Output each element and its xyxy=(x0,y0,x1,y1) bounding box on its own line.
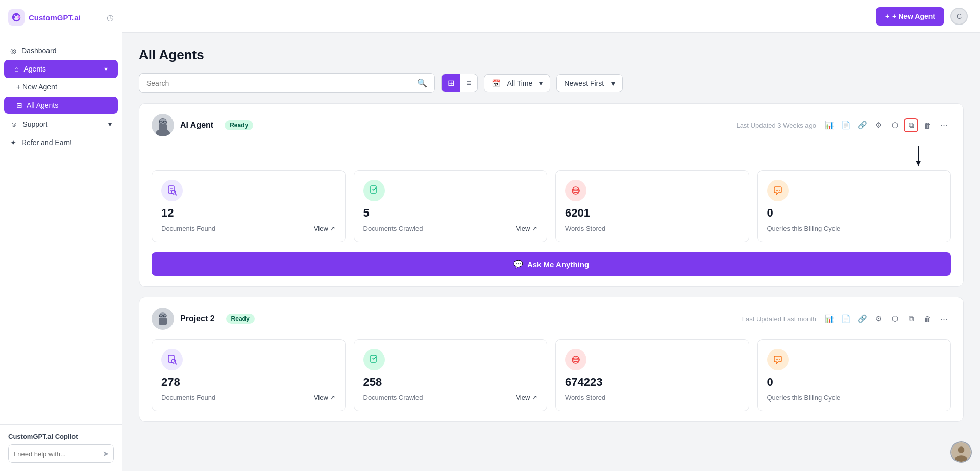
svg-point-42 xyxy=(958,446,965,453)
sidebar-nav: ◎ Dashboard ⌂ Agents ▾ + New Agent ⊟ All… xyxy=(0,35,122,424)
dashboard-icon: ◎ xyxy=(10,46,16,55)
stat-bottom-docs-crawled-2: Documents Crawled View ↗ xyxy=(363,394,538,402)
stat-icon-docs-crawled-2 xyxy=(363,349,385,370)
agent-name-1: AI Agent xyxy=(180,121,213,130)
sidebar-item-agents[interactable]: ⌂ Agents ▾ xyxy=(4,60,118,78)
support-icon: ☺ xyxy=(10,120,17,128)
stat-icon-words-stored xyxy=(565,180,586,201)
copilot-label: CustomGPT.ai Copilot xyxy=(8,433,114,440)
view-link-docs-found-2[interactable]: View ↗ xyxy=(314,394,336,402)
search-input[interactable] xyxy=(146,79,413,87)
svg-point-2 xyxy=(13,16,15,19)
svg-point-39 xyxy=(777,359,778,360)
view-toggle: ⊞ ≡ xyxy=(441,74,478,92)
share-icon-1[interactable]: ⬡ xyxy=(888,118,902,132)
bottom-right-avatar[interactable] xyxy=(950,441,972,463)
sidebar-item-refer[interactable]: ✦ Refer and Earn! xyxy=(0,133,122,152)
new-agent-plus-icon: + xyxy=(885,12,889,20)
agent-updated-1: Last Updated 3 Weeks ago xyxy=(736,122,816,129)
user-avatar[interactable]: C xyxy=(950,8,968,25)
agent-avatar-2 xyxy=(152,308,174,330)
agent-updated-2: Last Updated Last month xyxy=(742,315,816,323)
analytics-icon-2[interactable]: 📊 xyxy=(822,312,837,326)
svg-rect-0 xyxy=(8,9,24,26)
stat-label-queries-2: Queries this Billing Cycle xyxy=(767,394,942,402)
logo-text: CustomGPT.ai xyxy=(29,13,81,22)
document-icon-2[interactable]: 📄 xyxy=(839,312,853,326)
agents-header-inner: ⌂ Agents xyxy=(14,65,46,73)
delete-icon-1[interactable]: 🗑 xyxy=(920,118,935,132)
stat-bottom-docs-found-2: Documents Found View ↗ xyxy=(161,394,336,402)
agent-actions-2: Last Updated Last month 📊 📄 🔗 ⚙ ⬡ ⧉ 🗑 ⋯ xyxy=(742,312,951,326)
stat-value-words-stored-2: 674223 xyxy=(565,375,740,389)
stat-label-words-stored-2: Words Stored xyxy=(565,394,740,402)
agent-stats-2: 278 Documents Found View ↗ 258 xyxy=(152,339,951,411)
copy-icon-1[interactable]: ⧉ xyxy=(904,118,918,132)
support-left: ☺ Support xyxy=(10,120,47,128)
grid-view-button[interactable]: ⊞ xyxy=(442,74,460,92)
agents-chevron-icon: ▾ xyxy=(104,65,108,73)
analytics-icon-1[interactable]: 📊 xyxy=(822,118,837,132)
stat-value-words-stored: 6201 xyxy=(565,206,740,220)
sort-filter-button[interactable]: Newest First ▾ xyxy=(556,74,623,92)
sort-filter-label: Newest First xyxy=(564,79,604,87)
stat-value-queries: 0 xyxy=(767,206,942,220)
settings-icon-1[interactable]: ⚙ xyxy=(871,118,886,132)
agent-status-2: Ready xyxy=(226,314,255,324)
stat-words-stored-2: 674223 Words Stored xyxy=(555,339,749,411)
agent-stats-1: 12 Documents Found View ↗ 5 xyxy=(152,170,951,242)
toolbar: 🔍 ⊞ ≡ 📅 All Time ▾ Newest First ▾ xyxy=(139,73,964,93)
queries-svg xyxy=(772,185,783,196)
agent-header-1: AI Agent Ready Last Updated 3 Weeks ago … xyxy=(152,114,951,136)
sidebar-item-dashboard[interactable]: ◎ Dashboard xyxy=(0,41,122,60)
sidebar-item-support[interactable]: ☺ Support ▾ xyxy=(0,115,122,133)
svg-point-40 xyxy=(779,359,780,360)
document-icon-1[interactable]: 📄 xyxy=(839,118,853,132)
sidebar-logo: CustomGPT.ai ◷ xyxy=(0,0,122,35)
docs-crawled-svg xyxy=(369,185,380,196)
support-label: Support xyxy=(22,120,47,128)
clock-icon[interactable]: ◷ xyxy=(107,13,114,22)
send-icon[interactable]: ➤ xyxy=(103,449,109,458)
view-link-docs-found[interactable]: View ↗ xyxy=(314,225,336,232)
sidebar-item-all-agents[interactable]: ⊟ All Agents xyxy=(4,97,118,114)
copilot-input[interactable] xyxy=(14,450,100,458)
list-view-button[interactable]: ≡ xyxy=(460,74,477,92)
docs-found-svg xyxy=(166,185,178,196)
time-filter-button[interactable]: 📅 All Time ▾ xyxy=(484,74,550,92)
docs-crawled-svg-2 xyxy=(369,354,380,365)
link-icon-2[interactable]: 🔗 xyxy=(855,312,869,326)
copy-icon-2[interactable]: ⧉ xyxy=(904,312,918,326)
search-wrap: 🔍 xyxy=(139,73,435,93)
share-icon-2[interactable]: ⬡ xyxy=(888,312,902,326)
svg-point-22 xyxy=(776,190,777,191)
link-icon-1[interactable]: 🔗 xyxy=(855,118,869,132)
stat-label-words-stored: Words Stored xyxy=(565,225,740,232)
search-icon: 🔍 xyxy=(417,78,427,88)
agent-info-1: AI Agent Ready xyxy=(152,114,253,136)
svg-point-23 xyxy=(777,190,778,191)
view-link-docs-crawled-2[interactable]: View ↗ xyxy=(516,394,537,402)
stat-value-docs-crawled: 5 xyxy=(363,206,538,220)
logo-inner: CustomGPT.ai xyxy=(8,9,81,26)
stat-docs-found-2: 278 Documents Found View ↗ xyxy=(152,339,346,411)
ask-me-anything-btn-1[interactable]: 💬 Ask Me Anything xyxy=(152,252,951,276)
sidebar-item-new-agent[interactable]: + New Agent xyxy=(0,78,122,96)
settings-icon-2[interactable]: ⚙ xyxy=(871,312,886,326)
more-icon-1[interactable]: ⋯ xyxy=(937,118,951,132)
view-link-docs-crawled[interactable]: View ↗ xyxy=(516,225,537,232)
more-icon-2[interactable]: ⋯ xyxy=(937,312,951,326)
delete-icon-2[interactable]: 🗑 xyxy=(920,312,935,326)
main-area: + + New Agent C All Agents 🔍 ⊞ ≡ 📅 All T… xyxy=(122,0,980,471)
sort-filter-chevron-icon: ▾ xyxy=(611,79,615,87)
stat-label-docs-found-2: Documents Found xyxy=(161,394,215,402)
new-agent-button[interactable]: + + New Agent xyxy=(876,7,944,26)
refer-icon: ✦ xyxy=(10,138,16,147)
agent-avatar-1 xyxy=(152,114,174,136)
page-title: All Agents xyxy=(139,47,964,63)
stat-docs-crawled: 5 Documents Crawled View ↗ xyxy=(354,170,548,242)
stat-docs-found: 12 Documents Found View ↗ xyxy=(152,170,346,242)
stat-docs-crawled-2: 258 Documents Crawled View ↗ xyxy=(354,339,548,411)
stat-label-docs-crawled: Documents Crawled xyxy=(363,225,423,232)
time-filter-chevron-icon: ▾ xyxy=(539,79,543,87)
